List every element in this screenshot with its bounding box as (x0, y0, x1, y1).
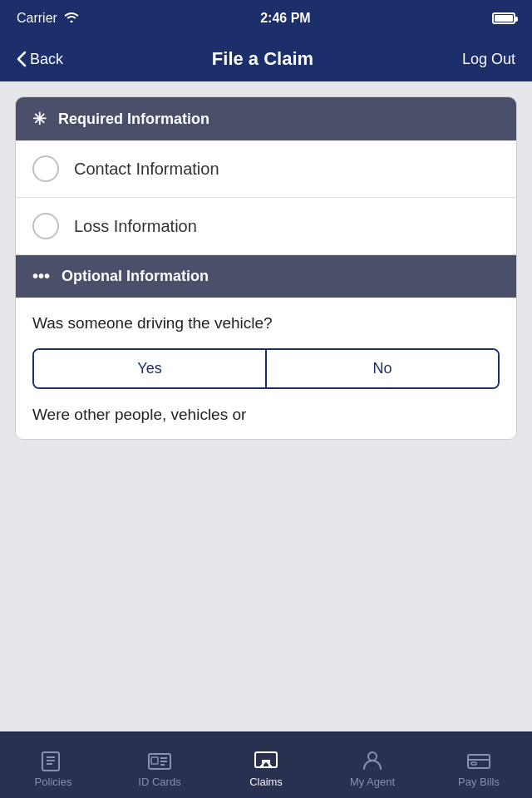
main-content: ✳ Required Information Contact Informati… (0, 81, 532, 732)
logout-button[interactable]: Log Out (462, 51, 515, 68)
svg-point-11 (368, 752, 377, 761)
status-bar-right (492, 12, 515, 24)
dots-icon: ••• (32, 267, 50, 286)
carrier-label: Carrier (17, 11, 57, 26)
nav-bar: Back File a Claim Log Out (0, 37, 532, 81)
pay-bills-tab-label: Pay Bills (458, 776, 500, 788)
loss-radio[interactable] (32, 213, 59, 239)
tab-bar: Policies ID Cards Claims My Agent (0, 732, 532, 798)
claims-icon (254, 749, 278, 772)
form-card: ✳ Required Information Contact Informati… (15, 96, 517, 440)
question1-text: Was someone driving the vehicle? (32, 313, 500, 335)
id-cards-icon (147, 749, 172, 772)
required-section-label: Required Information (58, 111, 209, 128)
yes-button[interactable]: Yes (34, 350, 265, 387)
svg-rect-12 (468, 755, 490, 768)
tab-claims[interactable]: Claims (213, 732, 319, 798)
asterisk-icon: ✳ (32, 109, 47, 129)
svg-rect-4 (149, 754, 170, 769)
loss-label: Loss Information (74, 217, 197, 236)
tab-policies[interactable]: Policies (0, 732, 106, 798)
svg-rect-5 (151, 757, 158, 764)
my-agent-tab-label: My Agent (350, 776, 395, 788)
status-bar-time: 2:46 PM (260, 11, 310, 26)
page-title: File a Claim (212, 48, 313, 70)
back-button[interactable]: Back (17, 51, 63, 68)
contact-label: Contact Information (74, 160, 219, 179)
claims-tab-label: Claims (249, 776, 283, 788)
policies-tab-label: Policies (35, 776, 72, 788)
id-cards-tab-label: ID Cards (138, 776, 180, 788)
tab-my-agent[interactable]: My Agent (319, 732, 426, 798)
pay-bills-icon (466, 749, 491, 772)
policies-icon (41, 749, 66, 772)
contact-information-item[interactable]: Contact Information (16, 140, 516, 198)
status-bar-left: Carrier (17, 11, 79, 26)
battery-icon (492, 12, 515, 24)
optional-section-label: Optional Information (62, 268, 209, 285)
tab-id-cards[interactable]: ID Cards (106, 732, 213, 798)
optional-content: Was someone driving the vehicle? Yes No … (16, 298, 516, 439)
question2-text: Were other people, vehicles or (32, 406, 500, 439)
my-agent-icon (360, 749, 385, 772)
contact-radio[interactable] (32, 155, 59, 182)
required-section-header: ✳ Required Information (16, 97, 516, 140)
loss-information-item[interactable]: Loss Information (16, 198, 516, 255)
wifi-icon (64, 11, 79, 26)
optional-section-header: ••• Optional Information (16, 255, 516, 298)
yes-no-toggle[interactable]: Yes No (32, 348, 500, 389)
no-button[interactable]: No (267, 350, 498, 387)
status-bar: Carrier 2:46 PM (0, 0, 532, 37)
back-label: Back (30, 51, 63, 68)
tab-pay-bills[interactable]: Pay Bills (426, 732, 532, 798)
svg-rect-14 (471, 762, 476, 765)
